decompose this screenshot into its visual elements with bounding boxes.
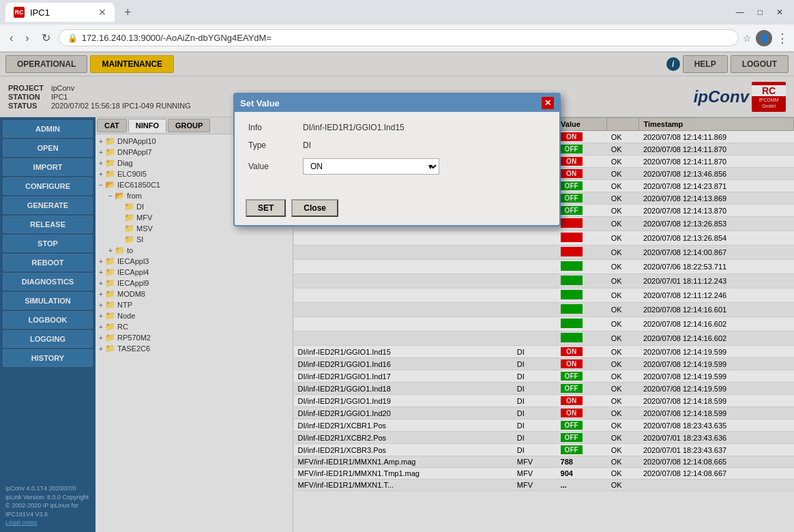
- modal-type-value: DI: [303, 141, 311, 150]
- modal-body: Info DI/inf-IED1R1/GGIO1.Ind15 Type DI V…: [235, 112, 559, 194]
- modal-type-label: Type: [248, 141, 303, 150]
- modal-footer: SET Close: [235, 194, 559, 225]
- modal-close-btn[interactable]: Close: [291, 199, 338, 217]
- maximize-button[interactable]: □: [752, 6, 768, 18]
- browser-close-button[interactable]: ✕: [771, 6, 789, 18]
- address-bar[interactable]: 🔒: [59, 29, 739, 46]
- browser-tab[interactable]: RC IPC1 ✕: [5, 3, 115, 22]
- modal-overlay: Set Value ✕ Info DI/inf-IED1R1/GGIO1.Ind…: [0, 52, 794, 532]
- browser-controls: ‹ › ↻ 🔒 ☆ 👤 ⋮: [0, 25, 794, 52]
- tab-title: IPC1: [30, 8, 50, 18]
- browser-titlebar: RC IPC1 ✕ + — □ ✕: [0, 0, 794, 25]
- menu-icon[interactable]: ⋮: [776, 31, 789, 46]
- tab-close-icon[interactable]: ✕: [98, 7, 106, 18]
- modal-close-button[interactable]: ✕: [542, 97, 554, 109]
- modal-info-label: Info: [248, 123, 303, 132]
- set-button[interactable]: SET: [246, 199, 286, 217]
- url-input[interactable]: [82, 33, 730, 43]
- modal-info-value: DI/inf-IED1R1/GGIO1.Ind15: [303, 123, 405, 132]
- modal-info-row: Info DI/inf-IED1R1/GGIO1.Ind15: [248, 123, 546, 132]
- new-tab-button[interactable]: +: [120, 4, 136, 21]
- lock-icon: 🔒: [68, 33, 78, 43]
- reload-button[interactable]: ↻: [38, 29, 55, 47]
- account-icon[interactable]: 👤: [756, 30, 772, 46]
- set-value-modal: Set Value ✕ Info DI/inf-IED1R1/GGIO1.Ind…: [233, 93, 561, 226]
- modal-type-row: Type DI: [248, 141, 546, 150]
- forward-button[interactable]: ›: [21, 29, 33, 47]
- modal-value-label: Value: [248, 162, 303, 171]
- modal-value-row: Value ON OFF ▼: [248, 158, 546, 175]
- minimize-button[interactable]: —: [731, 6, 750, 18]
- back-button[interactable]: ‹: [5, 29, 17, 47]
- browser-chrome: RC IPC1 ✕ + — □ ✕ ‹ › ↻ 🔒 ☆ 👤 ⋮: [0, 0, 794, 53]
- modal-title: Set Value: [240, 98, 280, 108]
- bookmark-icon[interactable]: ☆: [743, 33, 752, 44]
- tab-icon: RC: [14, 7, 25, 18]
- modal-header: Set Value ✕: [235, 94, 559, 112]
- modal-value-select[interactable]: ON OFF: [303, 158, 439, 175]
